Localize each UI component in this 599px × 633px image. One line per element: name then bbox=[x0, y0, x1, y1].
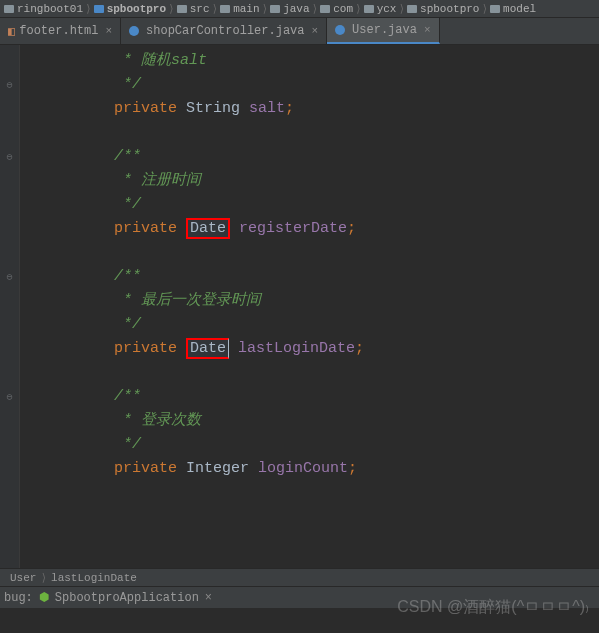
token-comment: * 最后一次登录时间 bbox=[123, 292, 261, 309]
close-icon[interactable]: × bbox=[312, 25, 319, 37]
breadcrumb-item[interactable]: ycx bbox=[364, 3, 397, 15]
editor-tab[interactable]: ◧footer.html× bbox=[0, 18, 121, 44]
folder-icon bbox=[177, 5, 187, 13]
breadcrumb-label: com bbox=[333, 3, 353, 15]
token-comment: /** bbox=[114, 388, 141, 405]
close-icon[interactable]: × bbox=[105, 25, 112, 37]
tab-label: footer.html bbox=[19, 24, 98, 38]
token-keyword: private bbox=[114, 100, 186, 117]
java-class-icon bbox=[129, 26, 139, 36]
breadcrumb-item[interactable]: spbootpro bbox=[94, 3, 166, 15]
chevron-right-icon: ⟩ bbox=[212, 2, 219, 15]
breadcrumb-item[interactable]: src bbox=[177, 3, 210, 15]
tab-label: shopCarController.java bbox=[146, 24, 304, 38]
member-breadcrumb-item[interactable]: lastLoginDate bbox=[51, 572, 137, 584]
token-comment: * 登录次数 bbox=[123, 412, 201, 429]
code-line[interactable]: * 注册时间 bbox=[78, 169, 599, 193]
token-comment: */ bbox=[123, 436, 141, 453]
editor-tab[interactable]: shopCarController.java× bbox=[121, 18, 327, 44]
code-line[interactable]: * 最后一次登录时间 bbox=[78, 289, 599, 313]
token-semi: ; bbox=[347, 220, 356, 237]
code-line[interactable]: * 随机salt bbox=[78, 49, 599, 73]
code-line[interactable] bbox=[78, 481, 599, 505]
folder-icon bbox=[364, 5, 374, 13]
editor-tabs: ◧footer.html×shopCarController.java×User… bbox=[0, 18, 599, 45]
editor-tab[interactable]: User.java× bbox=[327, 18, 439, 44]
code-line[interactable]: private String salt; bbox=[78, 97, 599, 121]
breadcrumb-item[interactable]: com bbox=[320, 3, 353, 15]
code-line[interactable]: */ bbox=[78, 313, 599, 337]
breadcrumb-item[interactable]: ringboot01 bbox=[4, 3, 83, 15]
close-icon[interactable]: × bbox=[424, 24, 431, 36]
breadcrumb-label: spbootpro bbox=[420, 3, 479, 15]
breadcrumb-item[interactable]: main bbox=[220, 3, 259, 15]
code-line[interactable]: */ bbox=[78, 433, 599, 457]
breadcrumb-item[interactable]: java bbox=[270, 3, 309, 15]
folder-icon bbox=[490, 5, 500, 13]
code-line[interactable]: private Date registerDate; bbox=[78, 217, 599, 241]
token-comment: */ bbox=[123, 316, 141, 333]
code-line[interactable] bbox=[78, 121, 599, 145]
breadcrumb-item[interactable]: spbootpro bbox=[407, 3, 479, 15]
token-semi: ; bbox=[285, 100, 294, 117]
breadcrumb: ringboot01⟩spbootpro⟩src⟩main⟩java⟩com⟩y… bbox=[0, 0, 599, 18]
chevron-right-icon: ⟩ bbox=[398, 2, 405, 15]
folder-icon bbox=[94, 5, 104, 13]
chevron-right-icon: ⟩ bbox=[355, 2, 362, 15]
breadcrumb-label: java bbox=[283, 3, 309, 15]
token-comment: */ bbox=[123, 196, 141, 213]
debug-label: bug: bbox=[4, 591, 33, 605]
code-line[interactable] bbox=[78, 361, 599, 385]
folder-icon bbox=[320, 5, 330, 13]
fold-toggle-icon[interactable]: ⊖ bbox=[6, 151, 12, 163]
breadcrumb-label: ycx bbox=[377, 3, 397, 15]
code-line[interactable]: /** bbox=[78, 385, 599, 409]
chevron-right-icon: ⟩ bbox=[168, 2, 175, 15]
breadcrumb-item[interactable]: model bbox=[490, 3, 536, 15]
code-line[interactable]: /** bbox=[78, 145, 599, 169]
token-ident: loginCount bbox=[258, 460, 348, 477]
breadcrumb-label: model bbox=[503, 3, 536, 15]
chevron-right-icon: ⟩ bbox=[85, 2, 92, 15]
run-config-name[interactable]: SpbootproApplication bbox=[55, 591, 199, 605]
fold-toggle-icon[interactable]: ⊖ bbox=[6, 271, 12, 283]
token-type: String bbox=[186, 100, 249, 117]
token-semi: ; bbox=[355, 340, 364, 357]
chevron-right-icon: ⟩ bbox=[312, 2, 319, 15]
folder-icon bbox=[4, 5, 14, 13]
code-line[interactable]: private Date lastLoginDate; bbox=[78, 337, 599, 361]
folder-icon bbox=[220, 5, 230, 13]
code-line[interactable]: */ bbox=[78, 193, 599, 217]
close-icon[interactable]: × bbox=[205, 591, 212, 605]
token-semi: ; bbox=[348, 460, 357, 477]
code-line[interactable] bbox=[78, 241, 599, 265]
breadcrumb-label: spbootpro bbox=[107, 3, 166, 15]
fold-toggle-icon[interactable]: ⊖ bbox=[6, 79, 12, 91]
token-ident: salt bbox=[249, 100, 285, 117]
token-type: Date bbox=[186, 218, 230, 239]
member-breadcrumb[interactable]: User⟩lastLoginDate bbox=[0, 568, 599, 586]
breadcrumb-label: main bbox=[233, 3, 259, 15]
token-keyword: private bbox=[114, 220, 186, 237]
code-line[interactable]: * 登录次数 bbox=[78, 409, 599, 433]
breadcrumb-label: src bbox=[190, 3, 210, 15]
debug-toolbar: bug: ⬢ SpbootproApplication × bbox=[0, 586, 599, 608]
code-line[interactable]: /** bbox=[78, 265, 599, 289]
member-breadcrumb-item[interactable]: User bbox=[10, 572, 36, 584]
chevron-right-icon: ⟩ bbox=[40, 572, 47, 584]
fold-toggle-icon[interactable]: ⊖ bbox=[6, 391, 12, 403]
tab-label: User.java bbox=[352, 23, 417, 37]
code-area[interactable]: * 随机salt */ private String salt; /** * 注… bbox=[20, 45, 599, 568]
token-comment: */ bbox=[123, 76, 141, 93]
code-line[interactable]: */ bbox=[78, 73, 599, 97]
token-comment: /** bbox=[114, 148, 141, 165]
code-editor[interactable]: ⊖⊖⊖⊖ * 随机salt */ private String salt; /*… bbox=[0, 45, 599, 568]
token-ident: registerDate bbox=[230, 220, 347, 237]
token-type: Date bbox=[186, 338, 229, 359]
token-keyword: private bbox=[114, 340, 186, 357]
code-line[interactable]: private Integer loginCount; bbox=[78, 457, 599, 481]
token-comment: * 随机salt bbox=[123, 52, 207, 69]
chevron-right-icon: ⟩ bbox=[262, 2, 269, 15]
token-ident: lastLoginDate bbox=[229, 340, 355, 357]
html-file-icon: ◧ bbox=[8, 24, 15, 39]
